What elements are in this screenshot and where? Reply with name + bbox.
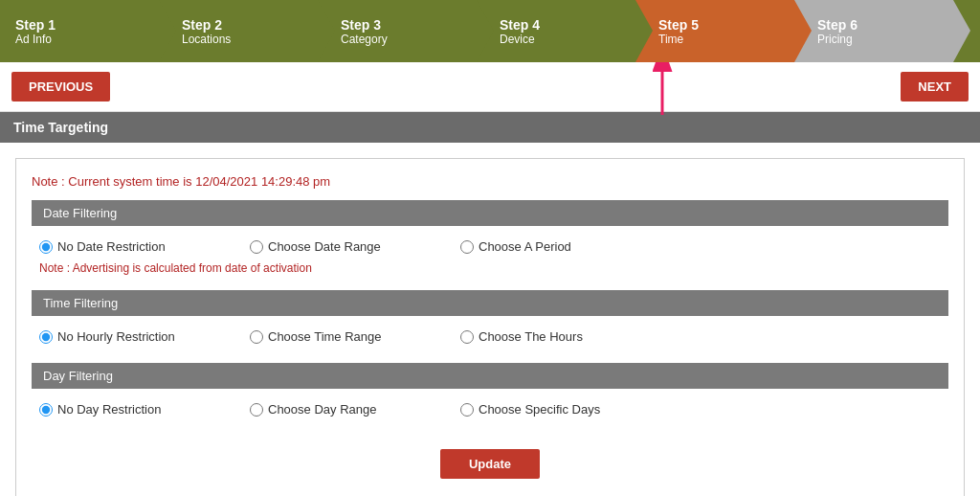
step5-label: Time: [658, 33, 779, 46]
date-filter-section: Date Filtering No Date Restriction Choos…: [32, 200, 948, 275]
time-option-no-restriction[interactable]: No Hourly Restriction: [39, 329, 250, 344]
step3-number: Step 3: [341, 17, 461, 33]
day-filter-section: Day Filtering No Day Restriction Choose …: [32, 363, 948, 420]
step2-label: Locations: [182, 33, 302, 46]
previous-button[interactable]: PREVIOUS: [11, 72, 110, 101]
step4-label: Device: [500, 33, 620, 46]
step4-number: Step 4: [500, 17, 620, 33]
date-option-range[interactable]: Choose Date Range: [250, 239, 460, 254]
update-row: Update: [32, 436, 948, 485]
date-option-no-restriction[interactable]: No Date Restriction: [39, 239, 250, 254]
step3-label: Category: [341, 33, 461, 46]
step-4[interactable]: Step 4 Device: [477, 0, 635, 62]
next-button[interactable]: NEXT: [901, 72, 969, 101]
step1-number: Step 1: [15, 17, 144, 33]
step1-label: Ad Info: [15, 33, 144, 46]
page-wrapper: Step 1 Ad Info Step 2 Locations Step 3 C…: [0, 0, 980, 496]
system-time-note: Note : Current system time is 12/04/2021…: [32, 174, 948, 189]
time-option-range[interactable]: Choose Time Range: [250, 329, 460, 344]
step-3[interactable]: Step 3 Category: [318, 0, 477, 62]
time-filter-section: Time Filtering No Hourly Restriction Cho…: [32, 290, 948, 348]
time-filter-header: Time Filtering: [32, 290, 948, 316]
step6-number: Step 6: [817, 17, 938, 33]
date-radio-range[interactable]: [250, 240, 263, 254]
time-option-hours[interactable]: Choose The Hours: [460, 329, 671, 344]
step-2[interactable]: Step 2 Locations: [159, 0, 318, 62]
step2-number: Step 2: [182, 17, 302, 33]
date-radio-no-restriction[interactable]: [39, 240, 53, 254]
day-option-no-restriction[interactable]: No Day Restriction: [39, 402, 250, 417]
day-option-specific[interactable]: Choose Specific Days: [460, 402, 671, 417]
step5-number: Step 5: [658, 17, 779, 33]
time-radio-no-restriction[interactable]: [39, 330, 53, 344]
step5-arrow-indicator: [643, 62, 681, 120]
date-option-period[interactable]: Choose A Period: [460, 239, 671, 254]
date-filter-header: Date Filtering: [32, 200, 948, 226]
activation-note: Note : Advertising is calculated from da…: [39, 261, 941, 275]
stepper: Step 1 Ad Info Step 2 Locations Step 3 C…: [0, 0, 980, 62]
step-5[interactable]: Step 5 Time: [635, 0, 794, 62]
step-6[interactable]: Step 6 Pricing: [794, 0, 953, 62]
day-filter-options: No Day Restriction Choose Day Range Choo…: [32, 398, 948, 420]
content-box: Note : Current system time is 12/04/2021…: [15, 158, 965, 496]
update-button[interactable]: Update: [440, 449, 540, 479]
time-filter-options: No Hourly Restriction Choose Time Range …: [32, 326, 948, 348]
day-radio-no-restriction[interactable]: [39, 403, 53, 417]
date-radio-period[interactable]: [460, 240, 474, 254]
day-radio-specific[interactable]: [460, 403, 474, 417]
day-filter-header: Day Filtering: [32, 363, 948, 389]
day-option-range[interactable]: Choose Day Range: [250, 402, 460, 417]
section-title: Time Targeting: [0, 112, 980, 143]
time-radio-range[interactable]: [250, 330, 263, 344]
time-radio-hours[interactable]: [460, 330, 474, 344]
date-filter-options: No Date Restriction Choose Date Range Ch…: [32, 236, 948, 258]
step-1[interactable]: Step 1 Ad Info: [0, 0, 159, 62]
toolbar: PREVIOUS NEXT: [0, 62, 980, 112]
step6-label: Pricing: [817, 33, 938, 46]
day-radio-range[interactable]: [250, 403, 263, 417]
main-content: Note : Current system time is 12/04/2021…: [0, 143, 980, 496]
